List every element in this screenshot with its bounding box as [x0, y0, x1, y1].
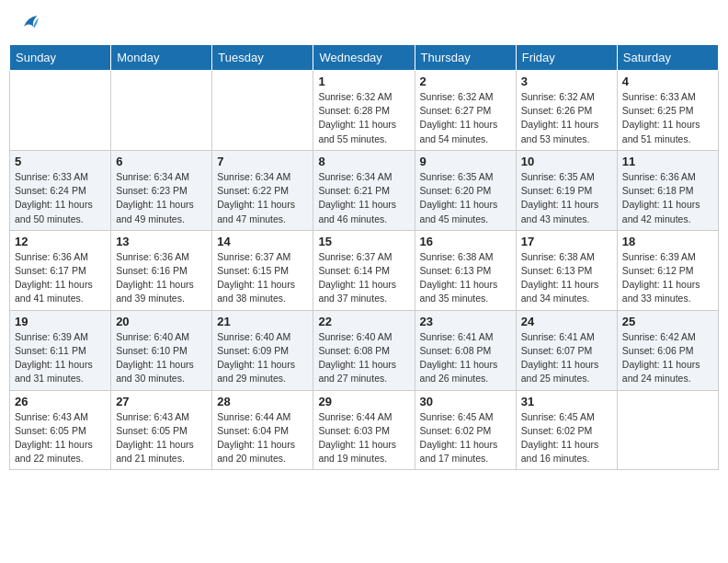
- day-info: Sunrise: 6:34 AMSunset: 6:23 PMDaylight:…: [116, 170, 207, 226]
- calendar-cell: 19Sunrise: 6:39 AMSunset: 6:11 PMDayligh…: [10, 310, 111, 390]
- calendar-cell: 24Sunrise: 6:41 AMSunset: 6:07 PMDayligh…: [516, 310, 617, 390]
- day-info: Sunrise: 6:37 AMSunset: 6:14 PMDaylight:…: [318, 250, 409, 306]
- logo-bird-icon: [18, 13, 39, 33]
- day-info: Sunrise: 6:36 AMSunset: 6:16 PMDaylight:…: [116, 250, 207, 306]
- calendar-cell: 30Sunrise: 6:45 AMSunset: 6:02 PMDayligh…: [415, 390, 516, 470]
- calendar-cell: 27Sunrise: 6:43 AMSunset: 6:05 PMDayligh…: [111, 390, 212, 470]
- calendar-cell: [10, 71, 111, 151]
- day-info: Sunrise: 6:38 AMSunset: 6:13 PMDaylight:…: [420, 250, 511, 306]
- day-number: 14: [217, 235, 308, 248]
- calendar-cell: 9Sunrise: 6:35 AMSunset: 6:20 PMDaylight…: [415, 150, 516, 230]
- day-info: Sunrise: 6:36 AMSunset: 6:17 PMDaylight:…: [15, 250, 106, 306]
- calendar-header-monday: Monday: [111, 45, 212, 71]
- day-info: Sunrise: 6:38 AMSunset: 6:13 PMDaylight:…: [521, 250, 612, 306]
- day-info: Sunrise: 6:35 AMSunset: 6:20 PMDaylight:…: [420, 170, 511, 226]
- calendar-week-row: 19Sunrise: 6:39 AMSunset: 6:11 PMDayligh…: [10, 310, 719, 390]
- calendar-cell: 31Sunrise: 6:45 AMSunset: 6:02 PMDayligh…: [516, 390, 617, 470]
- calendar-cell: 6Sunrise: 6:34 AMSunset: 6:23 PMDaylight…: [111, 150, 212, 230]
- calendar-cell: 16Sunrise: 6:38 AMSunset: 6:13 PMDayligh…: [415, 230, 516, 310]
- day-info: Sunrise: 6:35 AMSunset: 6:19 PMDaylight:…: [521, 170, 612, 226]
- calendar-cell: 14Sunrise: 6:37 AMSunset: 6:15 PMDayligh…: [212, 230, 313, 310]
- day-info: Sunrise: 6:37 AMSunset: 6:15 PMDaylight:…: [217, 250, 308, 306]
- day-number: 22: [318, 315, 409, 328]
- day-info: Sunrise: 6:44 AMSunset: 6:04 PMDaylight:…: [217, 410, 308, 466]
- day-info: Sunrise: 6:45 AMSunset: 6:02 PMDaylight:…: [521, 410, 612, 466]
- day-number: 17: [521, 235, 612, 248]
- calendar-cell: 4Sunrise: 6:33 AMSunset: 6:25 PMDaylight…: [617, 71, 718, 151]
- calendar-cell: 15Sunrise: 6:37 AMSunset: 6:14 PMDayligh…: [313, 230, 415, 310]
- day-number: 6: [116, 155, 207, 168]
- day-number: 25: [622, 315, 713, 328]
- day-number: 21: [217, 315, 308, 328]
- day-number: 26: [15, 395, 106, 408]
- calendar-cell: [111, 71, 212, 151]
- calendar-cell: 17Sunrise: 6:38 AMSunset: 6:13 PMDayligh…: [516, 230, 617, 310]
- day-info: Sunrise: 6:34 AMSunset: 6:21 PMDaylight:…: [318, 170, 409, 226]
- calendar-cell: 18Sunrise: 6:39 AMSunset: 6:12 PMDayligh…: [617, 230, 718, 310]
- calendar-cell: [617, 390, 718, 470]
- day-number: 12: [15, 235, 106, 248]
- day-info: Sunrise: 6:40 AMSunset: 6:08 PMDaylight:…: [318, 330, 409, 386]
- calendar-header-thursday: Thursday: [415, 45, 516, 71]
- day-number: 16: [420, 235, 511, 248]
- calendar-cell: 20Sunrise: 6:40 AMSunset: 6:10 PMDayligh…: [111, 310, 212, 390]
- day-number: 15: [318, 235, 409, 248]
- calendar-header-saturday: Saturday: [617, 45, 718, 71]
- calendar-header-tuesday: Tuesday: [212, 45, 313, 71]
- day-info: Sunrise: 6:32 AMSunset: 6:27 PMDaylight:…: [420, 90, 511, 146]
- day-info: Sunrise: 6:40 AMSunset: 6:09 PMDaylight:…: [217, 330, 308, 386]
- calendar-header-sunday: Sunday: [10, 45, 111, 71]
- page-header: [9, 9, 719, 37]
- day-info: Sunrise: 6:45 AMSunset: 6:02 PMDaylight:…: [420, 410, 511, 466]
- calendar-cell: 12Sunrise: 6:36 AMSunset: 6:17 PMDayligh…: [10, 230, 111, 310]
- calendar-week-row: 12Sunrise: 6:36 AMSunset: 6:17 PMDayligh…: [10, 230, 719, 310]
- calendar-cell: 10Sunrise: 6:35 AMSunset: 6:19 PMDayligh…: [516, 150, 617, 230]
- calendar-cell: 8Sunrise: 6:34 AMSunset: 6:21 PMDaylight…: [313, 150, 415, 230]
- day-info: Sunrise: 6:42 AMSunset: 6:06 PMDaylight:…: [622, 330, 713, 386]
- calendar-cell: 13Sunrise: 6:36 AMSunset: 6:16 PMDayligh…: [111, 230, 212, 310]
- day-info: Sunrise: 6:34 AMSunset: 6:22 PMDaylight:…: [217, 170, 308, 226]
- calendar-cell: 3Sunrise: 6:32 AMSunset: 6:26 PMDaylight…: [516, 71, 617, 151]
- day-number: 23: [420, 315, 511, 328]
- day-number: 28: [217, 395, 308, 408]
- calendar-cell: 21Sunrise: 6:40 AMSunset: 6:09 PMDayligh…: [212, 310, 313, 390]
- day-number: 30: [420, 395, 511, 408]
- day-number: 19: [15, 315, 106, 328]
- day-number: 7: [217, 155, 308, 168]
- calendar-cell: 23Sunrise: 6:41 AMSunset: 6:08 PMDayligh…: [415, 310, 516, 390]
- calendar-week-row: 5Sunrise: 6:33 AMSunset: 6:24 PMDaylight…: [10, 150, 719, 230]
- day-number: 3: [521, 75, 612, 88]
- calendar-cell: 25Sunrise: 6:42 AMSunset: 6:06 PMDayligh…: [617, 310, 718, 390]
- day-number: 24: [521, 315, 612, 328]
- day-info: Sunrise: 6:32 AMSunset: 6:26 PMDaylight:…: [521, 90, 612, 146]
- day-info: Sunrise: 6:41 AMSunset: 6:08 PMDaylight:…: [420, 330, 511, 386]
- day-number: 1: [318, 75, 409, 88]
- calendar-cell: 5Sunrise: 6:33 AMSunset: 6:24 PMDaylight…: [10, 150, 111, 230]
- calendar-cell: 29Sunrise: 6:44 AMSunset: 6:03 PMDayligh…: [313, 390, 415, 470]
- calendar-week-row: 26Sunrise: 6:43 AMSunset: 6:05 PMDayligh…: [10, 390, 719, 470]
- day-number: 31: [521, 395, 612, 408]
- day-info: Sunrise: 6:33 AMSunset: 6:25 PMDaylight:…: [622, 90, 713, 146]
- day-number: 20: [116, 315, 207, 328]
- calendar-cell: 2Sunrise: 6:32 AMSunset: 6:27 PMDaylight…: [415, 71, 516, 151]
- day-number: 2: [420, 75, 511, 88]
- day-info: Sunrise: 6:36 AMSunset: 6:18 PMDaylight:…: [622, 170, 713, 226]
- day-number: 9: [420, 155, 511, 168]
- day-number: 29: [318, 395, 409, 408]
- day-number: 10: [521, 155, 612, 168]
- calendar-cell: [212, 71, 313, 151]
- calendar-cell: 7Sunrise: 6:34 AMSunset: 6:22 PMDaylight…: [212, 150, 313, 230]
- day-info: Sunrise: 6:39 AMSunset: 6:12 PMDaylight:…: [622, 250, 713, 306]
- calendar-header-friday: Friday: [516, 45, 617, 71]
- day-info: Sunrise: 6:44 AMSunset: 6:03 PMDaylight:…: [318, 410, 409, 466]
- calendar-cell: 22Sunrise: 6:40 AMSunset: 6:08 PMDayligh…: [313, 310, 415, 390]
- day-info: Sunrise: 6:33 AMSunset: 6:24 PMDaylight:…: [15, 170, 106, 226]
- day-number: 27: [116, 395, 207, 408]
- day-info: Sunrise: 6:39 AMSunset: 6:11 PMDaylight:…: [15, 330, 106, 386]
- day-number: 11: [622, 155, 713, 168]
- calendar-cell: 1Sunrise: 6:32 AMSunset: 6:28 PMDaylight…: [313, 71, 415, 151]
- day-number: 18: [622, 235, 713, 248]
- calendar-week-row: 1Sunrise: 6:32 AMSunset: 6:28 PMDaylight…: [10, 71, 719, 151]
- calendar-cell: 28Sunrise: 6:44 AMSunset: 6:04 PMDayligh…: [212, 390, 313, 470]
- day-number: 13: [116, 235, 207, 248]
